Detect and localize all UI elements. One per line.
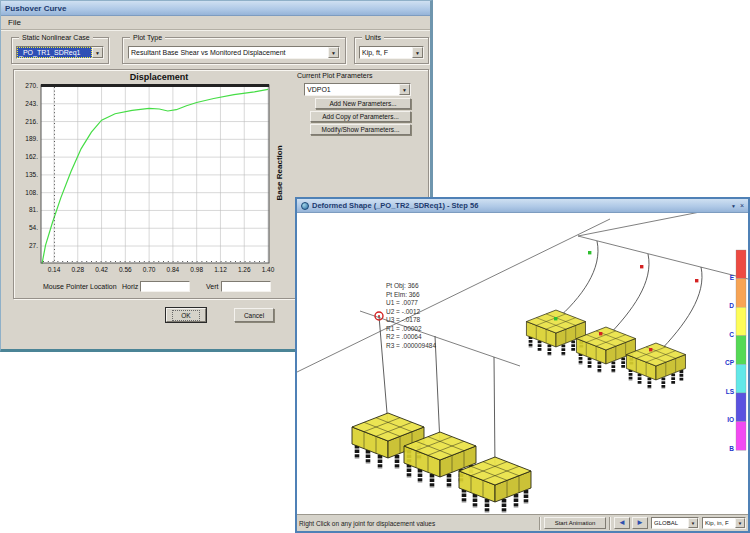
units-label: Units <box>362 33 384 42</box>
svg-text:U2 = -.0012: U2 = -.0012 <box>386 308 421 315</box>
current-plot-parameters-value: VDPO1 <box>305 84 399 95</box>
arrow-left-icon: ◄ <box>618 519 626 527</box>
modify-show-parameters-button[interactable]: Modify/Show Parameters... <box>310 124 411 135</box>
units-combo[interactable]: Kip, ft, F ▼ <box>359 46 424 59</box>
chart-title: Displacement <box>130 72 189 82</box>
window-icon <box>301 202 309 210</box>
window-menu-icon[interactable]: ▼ <box>731 202 736 210</box>
svg-text:Pt Elm: 366: Pt Elm: 366 <box>386 291 420 298</box>
menu-bar: File <box>1 16 430 30</box>
svg-text:0.84: 0.84 <box>167 266 180 273</box>
deck-lines <box>297 213 748 373</box>
close-icon[interactable]: × <box>740 202 744 210</box>
add-copy-of-parameters-button[interactable]: Add Copy of Parameters... <box>310 111 411 122</box>
svg-text:D: D <box>729 302 734 309</box>
svg-text:162.: 162. <box>25 153 38 160</box>
cancel-button[interactable]: Cancel <box>234 308 274 322</box>
svg-text:0.98: 0.98 <box>190 266 203 273</box>
chevron-down-icon[interactable]: ▼ <box>399 84 410 95</box>
svg-text:54.: 54. <box>29 224 38 231</box>
dialog-title: Pushover Curve <box>5 4 66 13</box>
chevron-down-icon[interactable]: ▼ <box>92 47 103 58</box>
coordinate-system-value: GLOBAL <box>652 518 688 528</box>
pushover-chart[interactable]: Displacement 270.243.216.189.162.135.108… <box>14 70 297 298</box>
svg-text:243.: 243. <box>25 100 38 107</box>
plot-type-label: Plot Type <box>130 33 165 42</box>
deformed-window-title: Deformed Shape (_PO_TR2_SDReq1) - Step 5… <box>312 201 478 210</box>
svg-text:E: E <box>730 274 735 281</box>
svg-text:R3 = .000009484: R3 = .000009484 <box>386 342 436 349</box>
svg-text:81.: 81. <box>29 206 38 213</box>
svg-text:0.70: 0.70 <box>143 266 156 273</box>
chevron-down-icon[interactable]: ▼ <box>412 47 423 58</box>
status-text: Right Click on any joint for displacemen… <box>299 520 536 527</box>
svg-text:108.: 108. <box>25 189 38 196</box>
model-viewport[interactable]: Pt Obj: 366 Pt Elm: 366 U1 = .0077 U2 = … <box>297 213 748 514</box>
dialog-titlebar[interactable]: Pushover Curve <box>1 1 430 16</box>
x-tick-labels: 0.140.280.420.560.700.840.981.121.261.40 <box>48 266 275 273</box>
ok-button[interactable]: OK <box>166 308 206 322</box>
mouse-pointer-location-label: Mouse Pointer Location <box>43 283 117 290</box>
animation-next-button[interactable]: ► <box>632 517 648 529</box>
svg-text:1.40: 1.40 <box>262 266 275 273</box>
svg-text:0.42: 0.42 <box>95 266 108 273</box>
y-tick-labels: 270.243.216.189.162.135.108.81.54.27. <box>25 82 38 249</box>
svg-text:R1 = .00002: R1 = .00002 <box>386 325 422 332</box>
plot-type-value: Resultant Base Shear vs Monitored Displa… <box>129 47 328 58</box>
current-plot-parameters-label: Current Plot Parameters <box>297 72 372 79</box>
units-bottom-value: Kip, in, F <box>703 518 735 528</box>
menu-file[interactable]: File <box>1 17 28 28</box>
y-axis-title: Base Reaction <box>275 145 284 200</box>
start-animation-button[interactable]: Start Animation <box>544 517 606 529</box>
svg-text:IO: IO <box>727 416 734 423</box>
svg-text:LS: LS <box>726 388 735 395</box>
current-plot-parameters-combo[interactable]: VDPO1 ▼ <box>304 83 411 96</box>
svg-text:189.: 189. <box>25 135 38 142</box>
svg-text:216.: 216. <box>25 118 38 125</box>
svg-text:1.12: 1.12 <box>214 266 227 273</box>
svg-text:U3 = -.0178: U3 = -.0178 <box>386 316 421 323</box>
deformed-window-titlebar[interactable]: Deformed Shape (_PO_TR2_SDReq1) - Step 5… <box>297 199 748 213</box>
arrow-right-icon: ► <box>636 519 644 527</box>
vert-label: Vert <box>206 283 218 290</box>
svg-text:Pt Obj: 366: Pt Obj: 366 <box>386 282 419 290</box>
svg-text:B: B <box>729 445 734 452</box>
vert-input[interactable] <box>221 281 271 292</box>
svg-text:CP: CP <box>725 359 735 366</box>
svg-text:0.28: 0.28 <box>71 266 84 273</box>
chevron-down-icon[interactable]: ▼ <box>735 518 745 528</box>
svg-text:R2 = .00064: R2 = .00064 <box>386 333 422 340</box>
svg-text:0.14: 0.14 <box>48 266 61 273</box>
screen: Pushover Curve File Static Nonlinear Cas… <box>0 0 750 533</box>
coordinate-system-combo[interactable]: GLOBAL ▼ <box>651 517 699 529</box>
svg-text:27.: 27. <box>29 242 38 249</box>
add-new-parameters-button[interactable]: Add New Parameters... <box>315 98 411 109</box>
separator <box>609 517 611 530</box>
horiz-label: Horiz <box>122 283 138 290</box>
svg-text:135.: 135. <box>25 171 38 178</box>
svg-text:0.56: 0.56 <box>119 266 132 273</box>
animation-prev-button[interactable]: ◄ <box>614 517 630 529</box>
deformed-shape-scene[interactable]: Pt Obj: 366 Pt Elm: 366 U1 = .0077 U2 = … <box>297 213 748 514</box>
chevron-down-icon[interactable]: ▼ <box>688 518 698 528</box>
viewport-status-bar: Right Click on any joint for displacemen… <box>297 514 748 531</box>
static-nonlinear-case-combo[interactable]: _PO_TR1_SDReq1 ▼ <box>16 46 104 59</box>
separator <box>539 517 541 530</box>
hinge-legend: E D C CP LS IO B <box>725 250 746 452</box>
joint-annotation: Pt Obj: 366 Pt Elm: 366 U1 = .0077 U2 = … <box>386 282 436 349</box>
svg-text:C: C <box>729 331 734 338</box>
chevron-down-icon[interactable]: ▼ <box>328 47 339 58</box>
units-combo-bottom[interactable]: Kip, in, F ▼ <box>702 517 746 529</box>
static-nonlinear-case-value: _PO_TR1_SDReq1 <box>17 47 92 58</box>
svg-text:U1 = .0077: U1 = .0077 <box>386 299 418 306</box>
plot-type-combo[interactable]: Resultant Base Shear vs Monitored Displa… <box>128 46 340 59</box>
ok-button-label: OK <box>172 310 199 321</box>
svg-text:270.: 270. <box>25 82 38 89</box>
plot-area <box>41 85 269 263</box>
deformed-shape-window: Deformed Shape (_PO_TR2_SDReq1) - Step 5… <box>295 197 750 533</box>
units-value: Kip, ft, F <box>360 47 412 58</box>
svg-text:1.26: 1.26 <box>238 266 251 273</box>
static-nonlinear-case-label: Static Nonlinear Case <box>19 33 93 42</box>
horiz-input[interactable] <box>140 281 190 292</box>
